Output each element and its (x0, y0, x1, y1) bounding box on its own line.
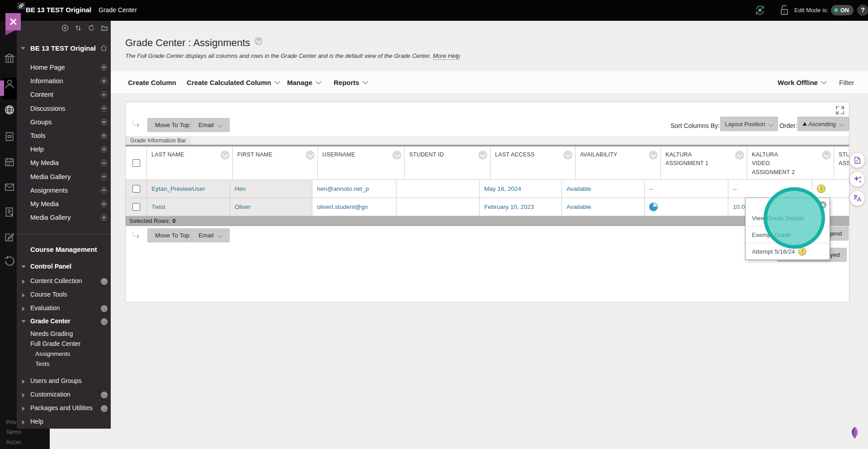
breadcrumb[interactable]: Grade Center (99, 6, 137, 14)
ai-sparkles-button[interactable] (850, 172, 865, 187)
kaltura-1-cell[interactable]: -- (644, 180, 728, 198)
sidebar-item-content[interactable]: Content (17, 88, 111, 101)
add-item-icon[interactable] (61, 24, 69, 32)
sidebar-item-media-gallery-2[interactable]: Media Gallery (17, 211, 111, 224)
work-offline-button[interactable]: Work Offline (778, 79, 826, 86)
col-kaltura-video-assignment-2[interactable]: KALTURA VIDEO ASSIGNMENT 2 (747, 147, 834, 180)
column-menu-icon[interactable] (306, 151, 315, 160)
sidebar-item-assignments[interactable]: Assignments (17, 184, 111, 197)
sidebar-item-information[interactable]: Information (17, 74, 111, 88)
column-menu-icon[interactable] (735, 151, 744, 160)
translate-button[interactable] (850, 191, 865, 206)
order-select[interactable]: Ascending (797, 117, 849, 131)
sidebar-item-my-media[interactable]: My Media (17, 156, 111, 170)
open-arrow-icon[interactable]: → (101, 392, 108, 398)
sidebar-item-home-page[interactable]: Home Page (17, 61, 111, 74)
page-template-button[interactable] (850, 153, 865, 168)
col-students-assignment[interactable]: STUDENTS ASSIGNMENT (834, 147, 849, 180)
username-cell[interactable]: hen@annoto.net_p (312, 180, 396, 198)
column-menu-icon[interactable] (822, 151, 831, 160)
sidebar-item-users-and-groups[interactable]: Users and Groups (17, 377, 111, 387)
course-menu-header[interactable]: BE 13 TEST Original (17, 44, 111, 54)
sidebar-item-evaluation[interactable]: Evaluation → (17, 304, 111, 314)
move-to-top-button[interactable]: Move To Top (147, 228, 197, 242)
messages-icon[interactable] (4, 181, 15, 193)
sidebar-item-packages-and-utilities[interactable]: Packages and Utilities → (17, 404, 111, 414)
calendar-icon[interactable] (4, 156, 15, 168)
title-context-menu-icon[interactable] (255, 37, 263, 45)
history-back-icon[interactable] (4, 255, 15, 267)
attempt-in-progress-icon[interactable] (649, 203, 658, 211)
refresh-icon[interactable] (88, 24, 95, 32)
create-calculated-column-button[interactable]: Create Calculated Column (187, 79, 279, 86)
portfolio-icon[interactable] (4, 131, 15, 142)
gradebook-icon[interactable] (4, 206, 15, 218)
open-arrow-icon[interactable]: → (101, 318, 108, 325)
filter-button[interactable]: Filter (839, 79, 854, 86)
fullscreen-icon[interactable] (835, 106, 844, 115)
open-arrow-icon[interactable]: → (101, 405, 108, 412)
sidebar-item-grade-center[interactable]: Grade Center → (17, 317, 111, 327)
reorder-icon[interactable] (75, 24, 82, 32)
sidebar-item-gc-assignments[interactable]: Assignments (17, 350, 111, 360)
unlock-icon[interactable]: 0 (778, 3, 790, 18)
col-first-name[interactable]: FIRST NAME (232, 147, 317, 180)
students-assignment-cell[interactable] (812, 180, 849, 198)
sidebar-item-discussions[interactable]: Discussions (17, 102, 111, 115)
column-menu-icon[interactable] (563, 151, 572, 160)
first-name-cell[interactable]: Hen (230, 180, 312, 198)
terms-link[interactable]: Terms (6, 429, 21, 435)
kaltura-1-cell[interactable] (644, 198, 728, 216)
column-menu-icon[interactable] (478, 151, 487, 160)
student-preview-icon[interactable] (753, 4, 767, 16)
sidebar-item-cp-help[interactable]: Help (17, 418, 111, 428)
folder-view-icon[interactable] (101, 24, 108, 32)
col-username[interactable]: USERNAME (317, 147, 404, 180)
select-all-checkbox[interactable] (132, 159, 140, 167)
manage-button[interactable]: Manage (287, 79, 321, 86)
email-button[interactable]: Email (191, 228, 230, 242)
sidebar-item-control-panel[interactable]: Control Panel (17, 263, 111, 273)
assist-logo-icon[interactable] (847, 425, 863, 440)
first-name-cell[interactable]: Oliver (230, 198, 312, 216)
reports-button[interactable]: Reports (334, 79, 368, 86)
username-cell[interactable]: olivert.student@gn (312, 198, 396, 216)
move-to-top-button[interactable]: Move To Top (147, 118, 197, 132)
open-arrow-icon[interactable]: → (101, 305, 108, 312)
sidebar-item-needs-grading[interactable]: Needs Grading (17, 330, 111, 340)
profile-icon[interactable] (4, 78, 15, 90)
sort-columns-by-select[interactable]: Layout Position (720, 117, 778, 131)
sidebar-item-full-grade-center[interactable]: Full Grade Center (17, 340, 111, 350)
home-icon[interactable] (100, 45, 107, 52)
col-student-id[interactable]: STUDENT ID (404, 147, 490, 180)
create-column-button[interactable]: Create Column (128, 79, 176, 86)
column-menu-icon[interactable] (221, 151, 230, 160)
sidebar-item-customization[interactable]: Customization → (17, 391, 111, 401)
sidebar-item-gc-tests[interactable]: Tests (17, 360, 111, 370)
row-checkbox[interactable] (132, 203, 140, 211)
sidebar-item-media-gallery[interactable]: Media Gallery (17, 170, 111, 184)
last-name-cell[interactable]: Eytan_PreviewUser (146, 180, 230, 198)
sidebar-item-my-media-2[interactable]: My Media (17, 197, 111, 211)
needs-grading-icon[interactable] (817, 184, 826, 193)
open-arrow-icon[interactable]: → (101, 278, 108, 285)
col-last-name[interactable]: LAST NAME (146, 147, 232, 180)
close-menu-tab[interactable] (5, 13, 21, 30)
sidebar-item-course-tools[interactable]: Course Tools (17, 291, 111, 301)
compose-icon[interactable] (4, 231, 15, 243)
sidebar-item-content-collection[interactable]: Content Collection → (17, 277, 111, 287)
col-availability[interactable]: AVAILABILITY (575, 147, 660, 180)
sidebar-item-tools[interactable]: Tools (17, 129, 111, 142)
globe-icon[interactable] (4, 104, 15, 116)
column-menu-icon[interactable] (392, 151, 401, 160)
email-button[interactable]: Email (191, 118, 230, 132)
help-button[interactable]: ? (857, 5, 868, 16)
row-checkbox[interactable] (132, 185, 140, 193)
last-name-cell[interactable]: Twist (146, 198, 230, 216)
course-title[interactable]: BE 13 TEST Original (26, 6, 91, 14)
edit-mode-toggle[interactable]: ON (831, 5, 854, 15)
col-last-access[interactable]: LAST ACCESS (490, 147, 575, 180)
more-help-link[interactable]: More Help (433, 52, 460, 60)
sidebar-item-help[interactable]: Help (17, 142, 111, 156)
accessibility-link[interactable]: Accessibility (6, 439, 21, 445)
